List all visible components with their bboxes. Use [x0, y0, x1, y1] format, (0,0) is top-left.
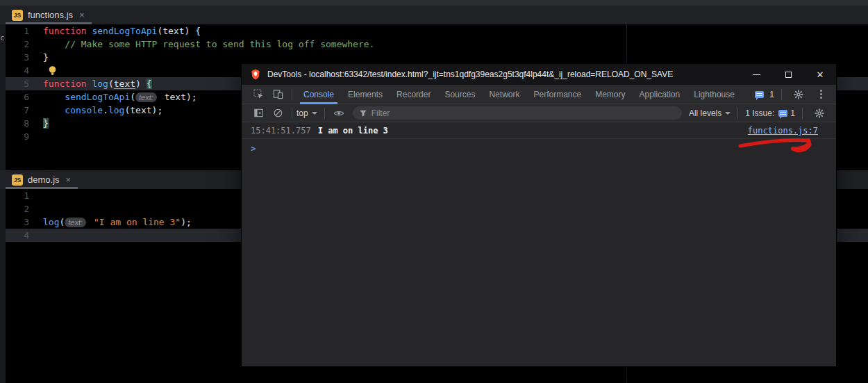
devtools-tab-recorder[interactable]: Recorder: [390, 85, 437, 104]
device-toolbar-icon[interactable]: [272, 89, 283, 100]
devtools-tab-sources[interactable]: Sources: [437, 85, 482, 104]
devtools-tab-application[interactable]: Application: [633, 85, 687, 104]
devtools-tab-memory[interactable]: Memory: [588, 85, 632, 104]
filter-input[interactable]: [372, 108, 676, 118]
clear-console-icon[interactable]: [272, 108, 283, 119]
code-text: console.log(text);: [43, 105, 162, 115]
editor-line[interactable]: 3}: [6, 51, 868, 64]
console-settings-gear-icon[interactable]: [814, 108, 825, 119]
funnel-icon: [359, 109, 367, 117]
log-level-selector[interactable]: All levels: [689, 108, 721, 118]
js-file-icon: JS: [12, 174, 23, 186]
editor-line[interactable]: 1function sendLogToApi(text) {: [6, 24, 868, 38]
maximize-icon: [785, 72, 792, 78]
console-toolbar: top All levels 1 Issue:: [242, 104, 836, 122]
line-number: 2: [6, 39, 39, 49]
console-output[interactable]: 15:41:51.757 I am on line 3 functions.js…: [242, 122, 836, 366]
settings-gear-icon[interactable]: [793, 89, 804, 100]
messages-bubble-icon[interactable]: [755, 91, 764, 98]
code-text: function sendLogToApi(text) {: [43, 26, 201, 36]
line-number: 3: [6, 217, 39, 227]
line-number: 9: [6, 131, 39, 142]
more-options-kebab-icon[interactable]: [815, 89, 826, 100]
log-source-link[interactable]: functions.js:7: [748, 126, 818, 136]
parameter-hint: text:: [135, 92, 157, 102]
issues-count: 1: [790, 108, 795, 118]
ide-top-strip: [0, 0, 868, 6]
editor-line[interactable]: 2 // Make some HTTP request to send this…: [6, 38, 868, 51]
line-number: 1: [6, 190, 39, 201]
messages-count: 1: [769, 90, 774, 99]
devtools-tab-performance[interactable]: Performance: [526, 85, 588, 104]
issues-label[interactable]: 1 Issue:: [745, 108, 774, 118]
console-prompt-chevron: >: [251, 144, 256, 154]
context-selector[interactable]: top: [297, 108, 308, 118]
tab-functions-js[interactable]: JS functions.js ×: [6, 6, 92, 24]
console-log-row[interactable]: 15:41:51.757 I am on line 3 functions.js…: [242, 122, 836, 139]
chevron-down-icon: [725, 112, 731, 117]
tab-label: functions.js: [28, 10, 73, 20]
code-text: sendLogToApi(text: text);: [43, 92, 197, 102]
minimize-button[interactable]: [740, 64, 772, 85]
devtools-tab-console[interactable]: Console: [297, 85, 341, 104]
js-file-icon: JS: [12, 10, 23, 21]
intention-lightbulb-icon[interactable]: [47, 65, 58, 76]
line-number: 3: [6, 52, 39, 63]
devtools-title: DevTools - localhost:63342/test/index.ht…: [267, 70, 673, 79]
live-expression-eye-icon[interactable]: [333, 108, 344, 119]
divider: [292, 89, 292, 100]
line-number: 2: [6, 204, 39, 214]
devtools-tab-network[interactable]: Network: [482, 85, 526, 104]
log-timestamp: 15:41:51.757: [251, 126, 311, 136]
line-number: 5: [6, 79, 39, 89]
tab-close-icon[interactable]: ×: [79, 10, 85, 20]
code-text: function log(text) {: [43, 79, 152, 89]
issues-bubble-icon[interactable]: [778, 110, 787, 117]
close-button[interactable]: ✕: [804, 64, 836, 85]
divider: [781, 89, 782, 100]
brave-icon: [250, 69, 261, 80]
code-text: }: [43, 52, 49, 63]
line-number: 7: [6, 105, 39, 115]
divider: [324, 108, 325, 119]
divider: [802, 108, 803, 119]
console-sidebar-icon[interactable]: [253, 108, 264, 119]
devtools-titlebar[interactable]: DevTools - localhost:63342/test/index.ht…: [242, 64, 836, 85]
devtools-tabrow: ConsoleElementsRecorderSourcesNetworkPer…: [242, 85, 836, 104]
parameter-hint: text:: [65, 218, 86, 227]
line-number: 4: [6, 230, 39, 241]
line-number: 4: [6, 65, 39, 76]
filter-field[interactable]: [353, 106, 682, 120]
line-number: 6: [6, 92, 39, 102]
code-text: log(text: "I am on line 3");: [43, 217, 192, 227]
code-text: }: [43, 118, 49, 129]
code-text: // Make some HTTP request to send this l…: [43, 39, 374, 49]
clipped-gutter-char: c: [0, 33, 5, 42]
close-icon: ✕: [817, 70, 824, 79]
log-message: I am on line 3: [318, 126, 388, 136]
divider: [292, 108, 292, 119]
screen: c JS functions.js × 1function sendLogToA…: [0, 0, 868, 383]
line-number: 1: [6, 26, 39, 36]
divider: [737, 108, 738, 119]
inspect-element-icon[interactable]: [253, 89, 264, 100]
chevron-down-icon: [312, 112, 317, 117]
tab-demo-js[interactable]: JS demo.js ×: [6, 170, 78, 189]
console-prompt-row[interactable]: >: [242, 139, 836, 154]
devtools-window: DevTools - localhost:63342/test/index.ht…: [242, 64, 836, 366]
tab-label: demo.js: [28, 174, 60, 185]
devtools-tab-elements[interactable]: Elements: [341, 85, 390, 104]
maximize-button[interactable]: [772, 64, 804, 85]
editor-tabbar-functions: JS functions.js ×: [0, 6, 868, 24]
minimize-icon: [753, 74, 760, 75]
tab-close-icon[interactable]: ×: [66, 174, 72, 185]
devtools-tabs: ConsoleElementsRecorderSourcesNetworkPer…: [297, 85, 742, 104]
devtools-tab-lighthouse[interactable]: Lighthouse: [687, 85, 742, 104]
ide-left-strip: [0, 24, 6, 383]
line-number: 8: [6, 118, 39, 129]
